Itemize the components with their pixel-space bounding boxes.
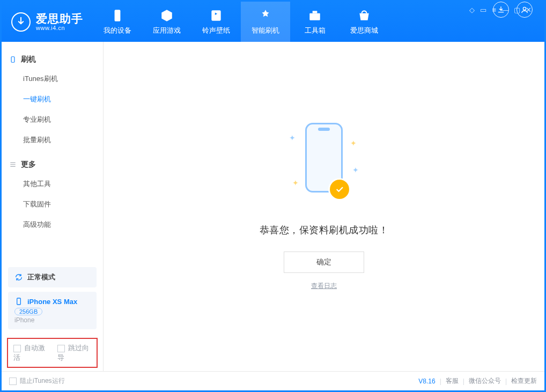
sidebar-group-more[interactable]: 更多: [2, 156, 103, 174]
svg-rect-2: [309, 13, 320, 20]
tab-label: 智能刷机: [252, 26, 279, 35]
app-window: 爱思助手 www.i4.cn 我的设备 应用游戏 铃声壁纸: [0, 0, 546, 392]
options-row: 自动激活 跳过向导: [7, 338, 98, 368]
group-title: 更多: [21, 160, 36, 169]
support-link[interactable]: 客服: [446, 376, 459, 386]
sidebar-group-flash[interactable]: 刷机: [2, 50, 103, 69]
tab-smart-flash[interactable]: 智能刷机: [241, 2, 290, 42]
sidebar-item-download-firmware[interactable]: 下载固件: [2, 194, 103, 215]
version-label: V8.16: [418, 378, 435, 385]
main-pane: ✦✦ ✦✦ 恭喜您，保资料刷机成功啦！ 确定 查看日志: [104, 42, 544, 371]
window-controls: ◇ ▭ ≡ — ▢ ✕: [469, 6, 538, 14]
device-type: iPhone: [14, 316, 90, 324]
ok-button[interactable]: 确定: [284, 252, 364, 273]
phone-icon: [9, 56, 17, 63]
sidebar-item-batch-flash[interactable]: 批量刷机: [2, 130, 103, 150]
sidebar-item-itunes-flash[interactable]: iTunes刷机: [2, 69, 103, 89]
tab-label: 工具箱: [305, 26, 326, 35]
logo-icon: [11, 12, 31, 32]
tab-toolbox[interactable]: 工具箱: [290, 2, 340, 42]
titlebar: 爱思助手 www.i4.cn 我的设备 应用游戏 铃声壁纸: [2, 2, 544, 42]
list-icon: [9, 161, 17, 168]
skip-guide-checkbox[interactable]: 跳过向导: [57, 343, 92, 363]
logo: 爱思助手 www.i4.cn: [2, 2, 93, 42]
svg-rect-6: [17, 298, 21, 305]
main-tabs: 我的设备 应用游戏 铃声壁纸 智能刷机 工具箱: [93, 2, 389, 42]
sidebar: 刷机 iTunes刷机 一键刷机 专业刷机 批量刷机 更多 其他工具 下载固件 …: [2, 42, 104, 371]
tab-ringtones[interactable]: 铃声壁纸: [191, 2, 241, 42]
mode-label: 正常模式: [27, 272, 55, 282]
sidebar-item-oneclick-flash[interactable]: 一键刷机: [2, 89, 103, 109]
tab-label: 我的设备: [104, 26, 131, 35]
device-icon: [14, 297, 23, 306]
statusbar: 阻止iTunes运行 V8.16 | 客服 | 微信公众号 | 检查更新: [2, 371, 544, 390]
block-itunes-checkbox[interactable]: 阻止iTunes运行: [9, 376, 65, 386]
tab-label: 铃声壁纸: [202, 26, 230, 35]
menu-icon[interactable]: ≡: [492, 6, 496, 14]
success-illustration: ✦✦ ✦✦: [289, 123, 359, 209]
checkmark-icon: [330, 180, 349, 199]
app-title: 爱思助手: [36, 12, 83, 25]
refresh-icon: [14, 273, 23, 282]
tab-apps-games[interactable]: 应用游戏: [142, 2, 191, 42]
device-block[interactable]: iPhone XS Max 256GB iPhone: [8, 292, 97, 329]
auto-activate-checkbox[interactable]: 自动激活: [13, 343, 48, 363]
svg-rect-0: [115, 10, 121, 21]
app-subtitle: www.i4.cn: [36, 25, 83, 31]
svg-rect-1: [211, 10, 220, 21]
close-button[interactable]: ✕: [526, 6, 532, 14]
tab-label: 应用游戏: [153, 26, 181, 35]
maximize-button[interactable]: ▢: [514, 6, 520, 14]
sidebar-item-other-tools[interactable]: 其他工具: [2, 174, 103, 194]
tab-store[interactable]: 爱思商城: [340, 2, 389, 42]
svg-rect-5: [11, 57, 14, 63]
view-log-link[interactable]: 查看日志: [311, 282, 337, 290]
mode-block[interactable]: 正常模式: [8, 267, 97, 287]
sidebar-item-pro-flash[interactable]: 专业刷机: [2, 109, 103, 130]
wechat-link[interactable]: 微信公众号: [469, 376, 501, 386]
svg-rect-3: [313, 11, 318, 13]
tab-my-device[interactable]: 我的设备: [93, 2, 142, 42]
body: 刷机 iTunes刷机 一键刷机 专业刷机 批量刷机 更多 其他工具 下载固件 …: [2, 42, 544, 371]
minimize-button[interactable]: —: [501, 6, 508, 14]
tshirt-icon[interactable]: ◇: [469, 6, 475, 14]
feedback-icon[interactable]: ▭: [480, 6, 486, 14]
check-update-link[interactable]: 检查更新: [511, 376, 537, 386]
device-storage: 256GB: [14, 308, 42, 315]
sidebar-item-advanced[interactable]: 高级功能: [2, 215, 103, 235]
success-message: 恭喜您，保资料刷机成功啦！: [260, 224, 389, 236]
group-title: 刷机: [21, 55, 36, 64]
device-name: iPhone XS Max: [27, 298, 77, 306]
tab-label: 爱思商城: [350, 26, 378, 35]
